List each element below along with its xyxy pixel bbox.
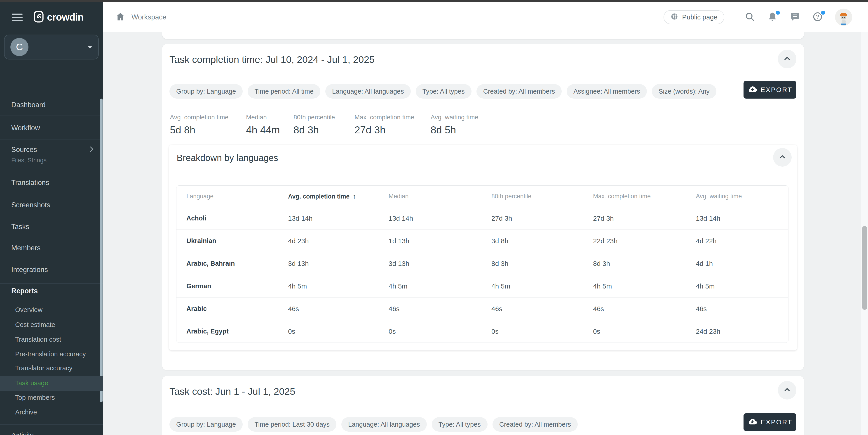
- workspace-avatar: C: [10, 38, 28, 56]
- public-page-button[interactable]: Public page: [663, 10, 724, 24]
- column-header-language[interactable]: Language: [176, 185, 278, 207]
- help-badge: [820, 10, 826, 16]
- export-button[interactable]: EXPORT: [744, 81, 796, 98]
- sidebar-item-workflow[interactable]: Workflow: [11, 124, 40, 132]
- main-content: Task completion time: Jul 10, 2024 - Jul…: [103, 32, 868, 435]
- sidebar-item-top-members[interactable]: Top members: [15, 394, 55, 401]
- export-label: EXPORT: [761, 86, 793, 94]
- collapse-section-button[interactable]: [778, 381, 796, 400]
- table-row: Acholi 13d 14h 13d 14h 27d 3h 27d 3h 13d…: [176, 207, 788, 230]
- filter-time-period[interactable]: Time period: Last 30 days: [248, 417, 336, 432]
- table-row: Arabic 46s 46s 46s 46s 46s: [176, 297, 788, 320]
- divider: [0, 94, 103, 94]
- search-button[interactable]: [745, 11, 755, 23]
- filter-assignee[interactable]: Assignee: All members: [567, 84, 647, 98]
- user-avatar[interactable]: [835, 8, 852, 26]
- cloud-download-icon: [748, 417, 757, 428]
- language-cell: Arabic, Egypt: [176, 320, 278, 343]
- filter-created-by[interactable]: Created by: All members: [476, 84, 562, 98]
- chat-icon: [790, 11, 800, 23]
- messages-button[interactable]: [790, 11, 800, 23]
- filter-size[interactable]: Size (words): Any: [652, 84, 716, 98]
- sidebar-item-cost-estimate[interactable]: Cost estimate: [15, 321, 55, 328]
- export-label: EXPORT: [761, 418, 793, 426]
- filter-language[interactable]: Language: All languages: [325, 84, 411, 98]
- sidebar-item-translations[interactable]: Translations: [11, 179, 49, 187]
- column-header-avg-completion-time[interactable]: Avg. completion time↑: [278, 185, 379, 207]
- column-header-80th-percentile[interactable]: 80th percentile: [482, 185, 583, 207]
- filter-type[interactable]: Type: All types: [416, 84, 471, 98]
- column-header-max-completion-time[interactable]: Max. completion time: [583, 185, 686, 207]
- filter-type[interactable]: Type: All types: [432, 417, 488, 432]
- sidebar-item-sources[interactable]: Sources: [11, 146, 37, 154]
- table-row: Arabic, Bahrain 3d 13h 3d 13h 8d 3h 8d 3…: [176, 252, 788, 275]
- sidebar-item-overview[interactable]: Overview: [15, 306, 42, 314]
- topbar: Workspace Public page: [103, 2, 868, 32]
- table-row: Arabic, Egypt 0s 0s 0s 0s 24d 23h: [176, 320, 788, 343]
- breadcrumb[interactable]: Workspace: [115, 11, 166, 23]
- filter-chips: Group by: Language Time period: All time…: [169, 84, 716, 98]
- caret-down-icon: [87, 46, 92, 49]
- column-header-avg-waiting-time[interactable]: Avg. waiting time: [686, 185, 788, 207]
- workspace-selector[interactable]: C: [4, 35, 99, 59]
- column-header-median[interactable]: Median: [379, 185, 482, 207]
- home-icon: [115, 11, 126, 23]
- globe-icon: [670, 12, 678, 22]
- language-cell: Ukrainian: [176, 230, 278, 252]
- notifications-button[interactable]: [767, 11, 778, 23]
- search-icon: [745, 11, 755, 23]
- sidebar-item-translation-cost[interactable]: Translation cost: [15, 336, 61, 343]
- menu-icon[interactable]: [12, 13, 23, 21]
- sidebar-item-pre-translation-accuracy[interactable]: Pre-translation accuracy: [15, 350, 86, 358]
- filter-created-by[interactable]: Created by: All members: [493, 417, 578, 432]
- language-cell: Arabic, Bahrain: [176, 252, 278, 275]
- table-row: German 4h 5m 4h 5m 4h 5m 4h 5m 4h 5m: [176, 275, 788, 297]
- language-cell: Arabic: [176, 297, 278, 320]
- filter-time-period[interactable]: Time period: All time: [248, 84, 320, 98]
- sidebar-item-dashboard[interactable]: Dashboard: [11, 101, 45, 109]
- sidebar-item-translator-accuracy[interactable]: Translator accuracy: [15, 365, 72, 372]
- filter-language[interactable]: Language: All languages: [341, 417, 427, 432]
- filter-chips: Group by: Language Time period: Last 30 …: [169, 417, 578, 432]
- sidebar-item-archive[interactable]: Archive: [15, 409, 37, 416]
- collapse-section-button[interactable]: [778, 50, 796, 68]
- export-button[interactable]: EXPORT: [744, 413, 796, 431]
- table-row: Ukrainian 4d 23h 1d 13h 3d 8h 22d 23h 4d…: [176, 230, 788, 252]
- sidebar-item-sources-subtitle: Files, Strings: [11, 157, 46, 164]
- chevron-up-icon: [782, 385, 792, 396]
- sidebar-scrollbar[interactable]: [100, 98, 102, 402]
- filter-group-by[interactable]: Group by: Language: [169, 417, 243, 432]
- sidebar-item-integrations[interactable]: Integrations: [11, 266, 48, 274]
- sidebar-item-members[interactable]: Members: [11, 244, 40, 252]
- breakdown-title: Breakdown by languages: [177, 153, 278, 163]
- sidebar-item-task-usage[interactable]: Task usage: [15, 379, 48, 387]
- chevron-up-icon: [778, 152, 787, 162]
- crowdin-logo[interactable]: crowdin: [33, 11, 84, 24]
- divider: [0, 174, 103, 174]
- topbar-actions: Public page ?: [663, 2, 852, 32]
- collapse-breakdown-button[interactable]: [773, 148, 792, 167]
- summary-stats: Avg. completion time 5d 8h Median 4h 44m…: [170, 114, 478, 136]
- sidebar-item-activity[interactable]: Activity: [11, 431, 33, 435]
- breadcrumb-label: Workspace: [131, 13, 166, 21]
- notification-badge: [775, 10, 781, 16]
- brand-name: crowdin: [47, 11, 84, 23]
- crowdin-logo-icon: [33, 11, 44, 24]
- sidebar-item-tasks[interactable]: Tasks: [11, 223, 29, 231]
- help-button[interactable]: ?: [812, 11, 823, 23]
- stat-avg-waiting-time: Avg. waiting time 8d 5h: [431, 114, 478, 136]
- page-scrollbar-thumb[interactable]: [862, 226, 867, 310]
- sidebar-item-reports[interactable]: Reports: [11, 287, 38, 295]
- previous-section-edge: [162, 32, 804, 39]
- sidebar-item-screenshots[interactable]: Screenshots: [11, 201, 50, 209]
- divider: [0, 116, 103, 116]
- table-header-row: Language Avg. completion time↑ Median 80…: [176, 185, 788, 207]
- divider: [0, 139, 103, 140]
- language-cell: German: [176, 275, 278, 297]
- filter-group-by[interactable]: Group by: Language: [169, 84, 243, 98]
- task-cost-section: Task cost: Jun 1 - Jul 1, 2025 Group by:…: [162, 376, 804, 435]
- section-title: Task completion time: Jul 10, 2024 - Jul…: [169, 54, 375, 65]
- divider: [0, 424, 103, 425]
- public-page-label: Public page: [682, 13, 717, 21]
- stat-80th-percentile: 80th percentile 8d 3h: [293, 114, 354, 136]
